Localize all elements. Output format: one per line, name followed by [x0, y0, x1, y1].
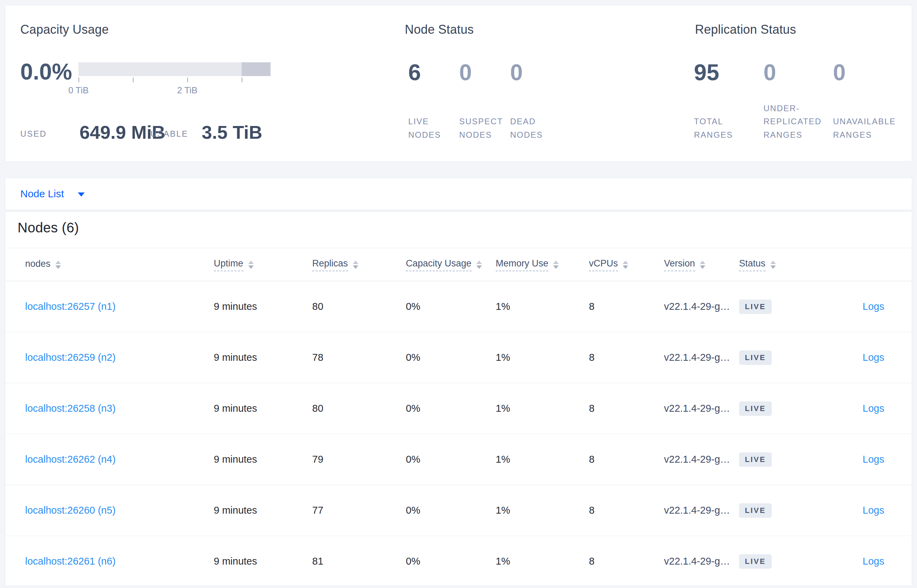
sort-icon[interactable]: [353, 261, 358, 269]
table-row: localhost:26261 (n6) 9 minutes 81 0% 1% …: [5, 536, 912, 586]
memory-use-cell: 1%: [496, 556, 589, 567]
metric-label: SUSPECT NODES: [459, 115, 505, 142]
replicas-cell: 81: [312, 556, 406, 567]
column-header[interactable]: Uptime: [214, 258, 312, 271]
column-header-label: Version: [664, 258, 695, 271]
column-header[interactable]: Capacity Usage: [406, 258, 496, 271]
table-row: localhost:26258 (n3) 9 minutes 80 0% 1% …: [5, 383, 912, 434]
node-link[interactable]: localhost:26258 (n3): [25, 403, 116, 414]
node-link[interactable]: localhost:26259 (n2): [25, 352, 116, 363]
table-row: localhost:26259 (n2) 9 minutes 78 0% 1% …: [5, 332, 912, 383]
uptime-cell: 9 minutes: [214, 505, 312, 516]
sort-icon[interactable]: [476, 261, 482, 269]
version-cell: v22.1.4-29-g…: [664, 403, 739, 414]
node-list-dropdown[interactable]: Node List: [20, 188, 85, 200]
vcpus-cell: 8: [589, 556, 664, 567]
sort-icon[interactable]: [553, 261, 559, 269]
metric-value: 0: [764, 61, 833, 84]
node-link[interactable]: localhost:26260 (n5): [25, 505, 116, 516]
table-row: localhost:26257 (n1) 9 minutes 80 0% 1% …: [5, 281, 912, 332]
logs-link[interactable]: Logs: [863, 301, 884, 312]
capacity-usage-cell: 0%: [406, 505, 496, 516]
column-header[interactable]: Replicas: [312, 258, 406, 271]
summary-metric: 0 SUSPECT NODES: [459, 61, 510, 142]
axis-tick: [187, 78, 188, 82]
metric-label: UNAVAILABLE RANGES: [833, 115, 900, 142]
column-header[interactable]: Status: [739, 258, 827, 271]
used-label: USED: [20, 129, 47, 139]
node-link[interactable]: localhost:26257 (n1): [25, 301, 116, 312]
capacity-bar-dark-segment: [242, 62, 271, 76]
node-link[interactable]: localhost:26262 (n4): [25, 454, 116, 465]
version-cell: v22.1.4-29-g…: [664, 301, 739, 312]
memory-use-cell: 1%: [496, 403, 589, 414]
column-header-label: Replicas: [312, 258, 348, 271]
sort-icon[interactable]: [700, 261, 705, 269]
metric-label: UNDER-REPLICATED RANGES: [764, 102, 831, 142]
capacity-usage-title: Capacity Usage: [20, 23, 109, 37]
logs-link[interactable]: Logs: [863, 556, 884, 567]
summary-metric: 0 DEAD NODES: [510, 61, 561, 142]
uptime-cell: 9 minutes: [214, 301, 312, 312]
table-row: localhost:26260 (n5) 9 minutes 77 0% 1% …: [5, 485, 912, 536]
axis-tick: [242, 78, 242, 82]
summary-metric: 95 TOTAL RANGES: [694, 61, 764, 142]
cluster-overview-page: Capacity Usage 0.0% 0 TiB 2 TiB USED 649…: [0, 0, 917, 588]
vcpus-cell: 8: [589, 403, 664, 414]
column-header[interactable]: nodes: [25, 258, 214, 271]
uptime-cell: 9 minutes: [214, 403, 312, 414]
capacity-usage-cell: 0%: [406, 301, 496, 312]
sort-icon[interactable]: [770, 261, 776, 269]
column-header-label: Status: [739, 258, 765, 271]
status-badge: LIVE: [739, 452, 772, 467]
table-row: localhost:26262 (n4) 9 minutes 79 0% 1% …: [5, 434, 912, 485]
column-header[interactable]: Memory Use: [496, 258, 589, 271]
metric-value: 0: [510, 61, 561, 84]
axis-tick: [133, 78, 134, 82]
replicas-cell: 79: [312, 454, 406, 465]
logs-link[interactable]: Logs: [863, 505, 884, 516]
capacity-used-percent: 0.0%: [20, 60, 72, 83]
vcpus-cell: 8: [589, 301, 664, 312]
status-badge: LIVE: [739, 401, 772, 416]
status-badge: LIVE: [739, 554, 772, 569]
replication-status-title: Replication Status: [695, 23, 796, 37]
node-link[interactable]: localhost:26261 (n6): [25, 556, 116, 567]
column-header-label: Memory Use: [496, 258, 548, 271]
table-body: localhost:26257 (n1) 9 minutes 80 0% 1% …: [5, 281, 912, 586]
memory-use-cell: 1%: [496, 301, 589, 312]
uptime-cell: 9 minutes: [214, 556, 312, 567]
column-header[interactable]: vCPUs: [589, 258, 664, 271]
table-header-row: nodes Uptime Replicas Capacity Usage Mem…: [5, 248, 912, 281]
logs-link[interactable]: Logs: [863, 352, 884, 363]
uptime-cell: 9 minutes: [214, 454, 312, 465]
column-header[interactable]: Version: [664, 258, 739, 271]
capacity-bar-chart: 0 TiB 2 TiB: [79, 62, 271, 100]
sort-icon[interactable]: [55, 261, 61, 269]
vcpus-cell: 8: [589, 454, 664, 465]
metric-value: 0: [459, 61, 510, 84]
capacity-usage-cell: 0%: [406, 352, 496, 363]
logs-link[interactable]: Logs: [863, 454, 884, 465]
metric-label: LIVE NODES: [408, 115, 454, 142]
metric-value: 95: [694, 61, 764, 84]
node-status-metrics: 6 LIVE NODES 0 SUSPECT NODES 0 DEAD NODE…: [408, 61, 561, 142]
capacity-usage-cell: 0%: [406, 556, 496, 567]
nodes-table-card: Nodes (6) nodes Uptime Replicas Capacity…: [5, 212, 912, 586]
axis-tick: [79, 78, 79, 82]
vcpus-cell: 8: [589, 352, 664, 363]
status-badge: LIVE: [739, 299, 772, 314]
view-selector-card: Node List: [5, 178, 912, 210]
metric-value: 6: [408, 61, 459, 84]
logs-link[interactable]: Logs: [863, 403, 884, 414]
sort-icon[interactable]: [623, 261, 628, 269]
version-cell: v22.1.4-29-g…: [664, 556, 739, 567]
nodes-count-title: Nodes (6): [18, 220, 79, 236]
column-header-label: Capacity Usage: [406, 258, 471, 271]
capacity-bar: [79, 62, 271, 76]
capacity-usage-cell: 0%: [406, 454, 496, 465]
cluster-summary-card: Capacity Usage 0.0% 0 TiB 2 TiB USED 649…: [5, 5, 912, 162]
column-header-label: nodes: [25, 258, 51, 271]
sort-icon[interactable]: [248, 261, 254, 269]
replicas-cell: 80: [312, 403, 406, 414]
